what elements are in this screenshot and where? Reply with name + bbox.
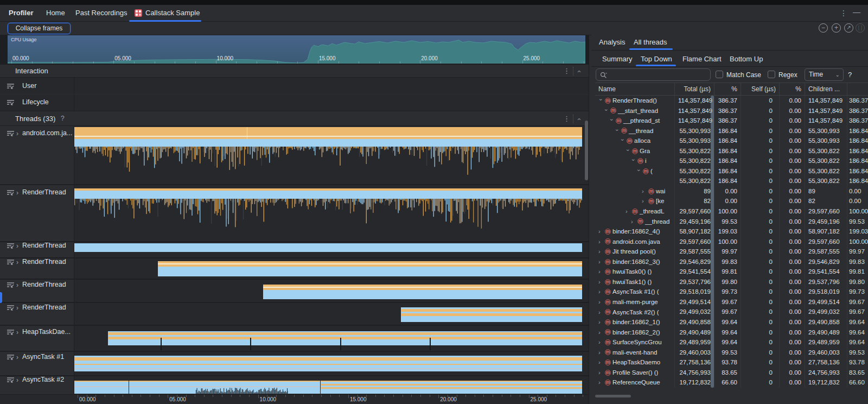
thread-chevron-icon[interactable]: › bbox=[16, 329, 18, 336]
thread-chevron-icon[interactable]: › bbox=[16, 304, 18, 312]
threads-more-icon[interactable]: ⋮ bbox=[563, 115, 570, 123]
thread-chevron-icon[interactable]: › bbox=[16, 354, 18, 361]
table-row[interactable]: ›mmali-mem-purge29,499,51499.6700.0029,4… bbox=[595, 297, 868, 307]
thread-flame-spikes[interactable] bbox=[74, 199, 582, 236]
track-expand-icon[interactable] bbox=[7, 130, 15, 137]
thread-label[interactable]: HeapTaskDae... bbox=[22, 328, 71, 336]
table-row[interactable]: ›mSurfaceSyncGrou29,489,95999.6400.0029,… bbox=[595, 337, 868, 348]
tree-collapsed-icon[interactable]: › bbox=[598, 368, 603, 378]
tree-collapsed-icon[interactable]: › bbox=[598, 317, 603, 327]
tree-collapsed-icon[interactable]: › bbox=[598, 357, 603, 368]
col-children[interactable]: Children ... bbox=[805, 83, 847, 95]
track-expand-icon[interactable] bbox=[7, 377, 15, 383]
table-row[interactable]: ›mhwuiTask1() ()29,537,79699.8000.0029,5… bbox=[595, 277, 868, 287]
table-row[interactable]: ›mGra55,300,822186.8400.0055,300,822186.… bbox=[595, 146, 868, 156]
track-expand-icon[interactable] bbox=[7, 99, 15, 106]
table-row[interactable]: ›mbinder:16862_2()29,490,48999.6400.0029… bbox=[595, 327, 868, 338]
table-row[interactable]: ›mAsyncTask #1() (29,518,01999.7300.0029… bbox=[595, 287, 868, 297]
tab-past-recordings[interactable]: Past Recordings bbox=[75, 5, 127, 21]
track-expand-icon[interactable] bbox=[7, 190, 15, 196]
threads-vertical-scrollbar[interactable] bbox=[585, 121, 588, 180]
table-row[interactable]: ›m(55,300,822186.8400.0055,300,822186.84 bbox=[595, 166, 868, 176]
col-total[interactable]: Total (µs) bbox=[675, 83, 714, 95]
table-row[interactable]: ›mProfile Saver() ()24,756,99383.6500.00… bbox=[595, 368, 868, 378]
table-row[interactable]: ›m__thread55,300,993186.8400.0055,300,99… bbox=[595, 126, 868, 136]
table-row[interactable]: ›m_threadL29,597,660100.0000.0029,597,66… bbox=[595, 206, 868, 217]
table-row[interactable]: ›mbinder:16862_4()58,907,182199.0300.005… bbox=[595, 226, 868, 237]
tab-home[interactable]: Home bbox=[46, 5, 65, 21]
tree-expanded-icon[interactable]: › bbox=[607, 119, 617, 124]
match-case-label[interactable]: Match Case bbox=[726, 71, 761, 79]
search-field[interactable] bbox=[596, 68, 711, 81]
thread-label[interactable]: android.com.ja... bbox=[22, 129, 72, 137]
tree-expanded-icon[interactable]: › bbox=[628, 159, 639, 164]
tree-collapsed-icon[interactable]: › bbox=[598, 377, 603, 388]
tree-collapsed-icon[interactable]: › bbox=[598, 307, 603, 318]
tree-collapsed-icon[interactable]: › bbox=[598, 226, 603, 237]
table-row[interactable]: ›mwai890.0000.00890.00 bbox=[595, 186, 868, 197]
table-horizontal-scrollbar[interactable] bbox=[595, 395, 631, 397]
more-options-icon[interactable]: ⋮ bbox=[840, 9, 847, 17]
match-case-checkbox[interactable] bbox=[716, 71, 723, 78]
track-expand-icon[interactable] bbox=[7, 354, 15, 361]
tab-all-threads[interactable]: All threads bbox=[634, 38, 667, 46]
tree-collapsed-icon[interactable]: › bbox=[598, 277, 603, 287]
tree-expanded-icon[interactable]: › bbox=[601, 109, 611, 113]
tree-expanded-icon[interactable]: › bbox=[596, 99, 606, 104]
table-row[interactable]: ›mi55,300,822186.8400.0055,300,822186.84 bbox=[595, 156, 868, 166]
table-row[interactable]: ›mRenderThread() 114,357,849386.3700.001… bbox=[595, 96, 868, 106]
interaction-collapse-icon[interactable]: › bbox=[575, 70, 583, 72]
subtab-top-down[interactable]: Top Down bbox=[641, 55, 672, 63]
thread-label[interactable]: RenderThread bbox=[22, 242, 66, 249]
threads-help-icon[interactable]: ? bbox=[61, 115, 65, 122]
thread-label[interactable]: RenderThread bbox=[22, 281, 66, 288]
table-row[interactable]: ›malloca55,300,993186.8400.0055,300,9931… bbox=[595, 136, 868, 146]
tree-table-header[interactable]: Name Total (µs) % Self (µs) % Children .… bbox=[595, 83, 868, 96]
table-row[interactable]: 55,300,822186.8400.0055,300,822186.84 bbox=[595, 176, 868, 186]
threads-section-header[interactable]: Threads (33) ? ⋮ › bbox=[0, 111, 589, 126]
cpu-usage-chart[interactable]: CPU Usage 00.00005.00010.00015.00020.000… bbox=[8, 35, 585, 64]
thread-label[interactable]: RenderThread bbox=[22, 258, 66, 266]
track-expand-icon[interactable] bbox=[7, 243, 15, 249]
table-row[interactable]: ›mbinder:16862_1()29,490,85899.6400.0029… bbox=[595, 317, 868, 327]
tab-analysis[interactable]: Analysis bbox=[599, 38, 625, 46]
col-pct[interactable]: % bbox=[714, 83, 741, 95]
track-expand-icon[interactable] bbox=[7, 83, 15, 90]
tree-collapsed-icon[interactable]: › bbox=[642, 196, 647, 206]
tree-expanded-icon[interactable]: › bbox=[617, 139, 628, 144]
col-self[interactable]: Self (µs) bbox=[741, 83, 780, 95]
table-row[interactable]: ›m__start_thread114,357,849386.3700.0011… bbox=[595, 106, 868, 116]
tree-collapsed-icon[interactable]: › bbox=[598, 237, 603, 247]
search-help-icon[interactable]: ? bbox=[848, 71, 852, 79]
threads-collapse-icon[interactable]: › bbox=[575, 118, 583, 120]
regex-checkbox[interactable] bbox=[768, 71, 775, 78]
time-dropdown[interactable]: Time⌄ bbox=[805, 68, 844, 81]
table-row[interactable]: ›mhwuiTask0() ()29,541,55499.8100.0029,5… bbox=[595, 267, 868, 277]
track-expand-icon[interactable] bbox=[7, 282, 15, 288]
thread-label[interactable]: AsyncTask #2 bbox=[22, 376, 64, 383]
thread-chevron-icon[interactable]: › bbox=[16, 130, 18, 137]
table-row[interactable]: ›mandroid.com.java29,597,660100.0000.002… bbox=[595, 237, 868, 247]
interaction-more-icon[interactable]: ⋮ bbox=[563, 67, 570, 75]
table-row[interactable]: ›mHeapTaskDaemo27,758,13693.7800.0027,75… bbox=[595, 357, 868, 368]
col-name[interactable]: Name bbox=[595, 83, 675, 95]
tab-callstack-sample[interactable]: Callstack Sample bbox=[145, 5, 200, 21]
table-row[interactable]: ›mJit thread pool() 29,587,55599.9700.00… bbox=[595, 247, 868, 257]
track-expand-icon[interactable] bbox=[7, 305, 15, 311]
tree-collapsed-icon[interactable]: › bbox=[598, 287, 603, 297]
table-row[interactable]: ›m__pthread_st114,357,849386.3700.00114,… bbox=[595, 116, 868, 126]
thread-flame-spikes[interactable] bbox=[74, 147, 582, 180]
tree-collapsed-icon[interactable]: › bbox=[631, 217, 636, 227]
tree-collapsed-icon[interactable]: › bbox=[598, 327, 603, 338]
interaction-row-user[interactable]: User bbox=[22, 82, 36, 90]
interaction-row-lifecycle[interactable]: Lifecycle bbox=[22, 98, 49, 106]
table-row[interactable]: ›mbinder:16862_3()29,546,82999.8300.0029… bbox=[595, 257, 868, 267]
thread-label[interactable]: RenderThread bbox=[22, 304, 66, 311]
tree-collapsed-icon[interactable]: › bbox=[626, 206, 630, 217]
subtab-summary[interactable]: Summary bbox=[602, 55, 633, 63]
reset-zoom-icon[interactable]: ↗ bbox=[844, 23, 853, 33]
thread-chevron-icon[interactable]: › bbox=[16, 189, 18, 197]
collapse-frames-button[interactable]: Collapse frames bbox=[8, 23, 71, 34]
track-expand-icon[interactable] bbox=[7, 329, 15, 336]
tree-collapsed-icon[interactable]: › bbox=[598, 337, 603, 348]
